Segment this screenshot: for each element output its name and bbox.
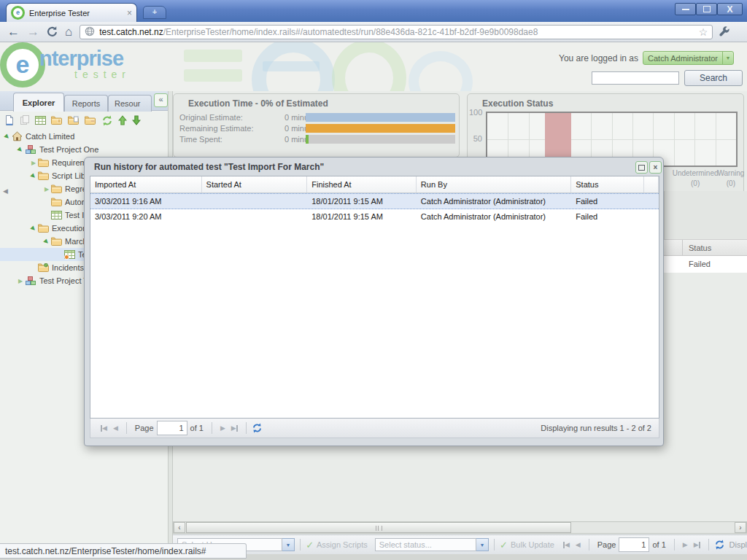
window-close-button[interactable]: X [717, 3, 743, 15]
next-page-button[interactable]: ▶ [220, 424, 225, 432]
tree-item-label: Incidents [52, 263, 84, 272]
tree-collapsed-arrow-icon[interactable]: ▶ [29, 160, 38, 166]
home-button[interactable]: ⌂ [65, 25, 72, 39]
select-status-chevron-icon[interactable]: ▼ [476, 538, 489, 551]
scroll-left-icon[interactable]: ‹ [174, 522, 185, 533]
url-bar[interactable]: test.catch.net.nz/EnterpriseTester/home/… [80, 25, 713, 39]
column-header[interactable]: Status [571, 176, 644, 192]
tab-explorer[interactable]: Explorer [13, 93, 64, 112]
execution-status-title: Execution Status [468, 94, 743, 109]
estimate-label: Time Spent: [179, 135, 222, 144]
window-restore-button[interactable] [696, 3, 717, 15]
window-minimize-button[interactable] [675, 3, 696, 15]
scrollbar-thumb[interactable] [186, 522, 571, 533]
run-history-row[interactable]: 3/03/2011 9:16 AM18/01/2011 9:15 AMCatch… [90, 193, 659, 209]
next-page-button[interactable]: ▶ [683, 541, 688, 548]
arrow-up-icon[interactable] [118, 115, 127, 125]
project-icon [25, 145, 36, 155]
refresh-icon[interactable] [101, 115, 113, 126]
dialog-close-icon[interactable]: × [649, 161, 662, 174]
browser-tab[interactable]: e Enterprise Tester × [6, 3, 137, 22]
status-column-header: Status [689, 244, 711, 252]
estimate-label: Original Estimate: [179, 113, 243, 122]
tree-item[interactable]: ▶Catch Limited [0, 130, 168, 143]
folder-delete-icon[interactable] [85, 116, 96, 125]
select-user-chevron-icon[interactable]: ▼ [282, 538, 295, 551]
horizontal-scrollbar[interactable]: ‹ › [173, 521, 747, 534]
first-page-button[interactable]: ◀ [563, 541, 570, 548]
tree-collapsed-arrow-icon[interactable]: ▶ [42, 186, 51, 192]
refresh-icon[interactable] [714, 540, 725, 550]
arrow-down-icon[interactable] [132, 115, 141, 125]
logo-e-icon: e [0, 42, 45, 88]
select-status-combo[interactable]: Select status... [375, 538, 476, 551]
tab-reports[interactable]: Reports [64, 95, 108, 112]
new-tab-button[interactable]: + [143, 6, 166, 19]
y-axis-tick: 100 [469, 108, 482, 117]
dialog-restore-button[interactable] [635, 161, 648, 174]
last-page-button[interactable]: ▶ [694, 541, 700, 548]
logo-main-text: nterprise [39, 48, 131, 69]
bookmark-star-icon[interactable]: ☆ [699, 26, 708, 38]
scroll-right-icon[interactable]: › [735, 522, 746, 533]
column-header[interactable]: Imported At [90, 176, 202, 192]
first-page-button[interactable]: ◀ [101, 424, 107, 432]
last-page-button[interactable]: ▶ [231, 424, 238, 432]
grid-icon[interactable] [35, 116, 46, 125]
search-input[interactable] [592, 71, 679, 85]
copy-document-icon[interactable] [20, 114, 30, 126]
folder-page-icon[interactable] [68, 116, 80, 125]
execution-time-panel: Execution Time - 0% of Estimated Origina… [173, 93, 460, 158]
favicon-icon: e [11, 6, 25, 20]
back-button[interactable]: ← [7, 26, 20, 38]
tree-item-label: Test Project One [39, 145, 98, 154]
estimate-bar [306, 113, 455, 122]
x-axis-category-label: Warning [717, 169, 744, 177]
bulk-update-check-icon: ✓ [500, 540, 508, 551]
home-icon [12, 131, 23, 141]
folder-add-icon[interactable] [51, 116, 63, 125]
column-header[interactable]: Started At [202, 176, 308, 192]
status-cell: Failed [689, 260, 711, 268]
cell: Catch Administrator (Administrator) [417, 194, 571, 209]
tree-collapsed-arrow-icon[interactable]: ▶ [16, 278, 25, 284]
prev-page-button[interactable]: ◀ [576, 541, 581, 548]
run-history-dialog: Run history for automated test "Test Imp… [84, 157, 664, 446]
browser-titlebar: e Enterprise Tester × + X [0, 0, 747, 22]
header-watermark [184, 69, 242, 82]
refresh-icon[interactable] [252, 423, 263, 433]
wrench-menu-icon[interactable] [719, 26, 730, 38]
x-axis-category-label: Undetermined [673, 169, 719, 177]
column-header[interactable]: Finished At [307, 176, 417, 192]
tab-close-icon[interactable]: × [127, 8, 132, 18]
page-number-input[interactable] [619, 537, 649, 552]
run-history-grid: Imported AtStarted AtFinished AtRun BySt… [90, 176, 659, 419]
column-header[interactable]: Run By [417, 176, 571, 192]
user-menu-button[interactable]: Catch Administrator ▼ [643, 51, 734, 65]
cell [644, 209, 659, 225]
sidebar-collapse-button[interactable]: « [154, 93, 168, 107]
tab-title: Enterprise Tester [29, 9, 124, 18]
page-number-input[interactable] [157, 421, 187, 435]
reload-button[interactable] [46, 26, 58, 38]
background-panel [664, 191, 747, 239]
background-grid-row: Failed [664, 256, 747, 273]
forward-button[interactable]: → [27, 26, 39, 38]
cell [202, 194, 308, 209]
bulk-update-button[interactable]: Bulk Update [511, 540, 554, 549]
browser-status-bar: test.catch.net.nz/EnterpriseTester/home/… [0, 543, 247, 559]
incidents-icon [38, 263, 49, 272]
cell: 3/03/2011 9:20 AM [90, 209, 202, 225]
prev-page-button[interactable]: ◀ [113, 424, 118, 432]
tab-resources[interactable]: Resour [108, 95, 152, 112]
folder-icon [38, 224, 49, 233]
new-document-icon[interactable] [4, 114, 15, 126]
of-label: of 1 [652, 540, 665, 549]
run-history-row[interactable]: 3/03/2011 9:20 AM18/01/2011 9:15 AMCatch… [90, 209, 659, 225]
search-button[interactable]: Search [684, 70, 743, 86]
assign-scripts-check-icon: ✓ [306, 540, 314, 551]
cell [644, 194, 659, 209]
x-axis-count-label: (0) [691, 179, 700, 187]
assign-scripts-button[interactable]: Assign Scripts [317, 540, 368, 549]
tree-item[interactable]: ▶Test Project One [0, 143, 168, 156]
